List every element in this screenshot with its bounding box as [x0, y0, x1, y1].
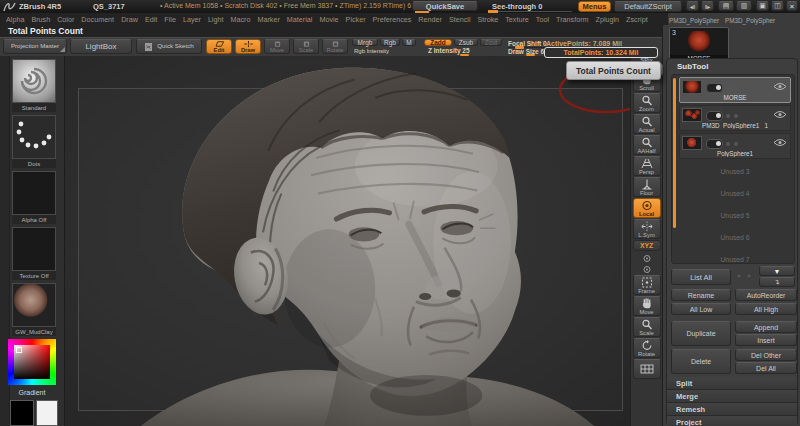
- menu-zplugin[interactable]: Zplugin: [596, 15, 620, 24]
- import-document-icon[interactable]: ▥: [736, 1, 752, 11]
- subtool-scrollbar[interactable]: [673, 78, 676, 228]
- subtool-item-unused-6[interactable]: Unused 6: [679, 227, 791, 245]
- zcut-button[interactable]: Zcut: [480, 39, 502, 46]
- see-through-track[interactable]: [488, 11, 572, 12]
- move-down-button[interactable]: ▼: [759, 266, 795, 276]
- menu-transform[interactable]: Transform: [556, 15, 588, 24]
- color-picker[interactable]: [8, 339, 56, 385]
- visibility-toggle[interactable]: [706, 139, 723, 149]
- grid-icon-button[interactable]: [633, 359, 661, 379]
- eye-icon[interactable]: [773, 110, 787, 119]
- menu-tool[interactable]: Tool: [536, 15, 549, 24]
- menu-draw[interactable]: Draw: [121, 15, 138, 24]
- rename-button[interactable]: Rename: [671, 289, 731, 301]
- move-mode-button[interactable]: M Move: [264, 39, 290, 54]
- focal-shift-slider[interactable]: Focal Shift 0: [508, 40, 547, 47]
- tool-label-2[interactable]: PM3D_PolySpher: [725, 17, 775, 24]
- menu-stencil[interactable]: Stencil: [449, 15, 471, 24]
- current-stroke-thumb[interactable]: [12, 115, 56, 159]
- section-remesh[interactable]: Remesh: [667, 403, 797, 416]
- menu-render[interactable]: Render: [418, 15, 442, 24]
- subtool-item-morse[interactable]: MORSE: [679, 77, 791, 103]
- menu-material[interactable]: Material: [287, 15, 313, 24]
- insert-button[interactable]: Insert: [735, 334, 797, 346]
- subtool-header[interactable]: SubTool: [677, 62, 708, 71]
- sculpt-head[interactable]: [120, 59, 610, 426]
- orbit-icon-button[interactable]: [640, 253, 654, 263]
- all-low-button[interactable]: All Low: [671, 303, 731, 315]
- menu-light[interactable]: Light: [208, 15, 224, 24]
- delete-button[interactable]: Delete: [671, 349, 731, 374]
- menus-button[interactable]: Menus: [578, 1, 611, 12]
- del-other-button[interactable]: Del Other: [735, 349, 797, 361]
- quick-sketch-button[interactable]: Quick Sketch: [136, 39, 202, 54]
- subtool-item-unused-3[interactable]: Unused 3: [679, 161, 791, 179]
- scroll-left-icon[interactable]: ◂‖: [686, 1, 699, 11]
- draw-mode-button[interactable]: Draw: [235, 39, 261, 54]
- move-button[interactable]: Move: [633, 296, 661, 316]
- section-split[interactable]: Split: [667, 377, 797, 390]
- secondary-color-swatch[interactable]: [36, 400, 58, 426]
- visibility-toggle[interactable]: [706, 83, 723, 93]
- current-material-thumb[interactable]: [12, 283, 56, 327]
- quicksave-button[interactable]: QuickSave: [412, 1, 478, 11]
- scroll-right-icon[interactable]: ‖▸: [701, 1, 714, 11]
- user-icon[interactable]: ◫: [771, 1, 784, 11]
- menu-layer[interactable]: Layer: [183, 15, 201, 24]
- zsub-button[interactable]: Zsub: [454, 39, 478, 46]
- menu-macro[interactable]: Macro: [230, 15, 250, 24]
- document-canvas[interactable]: [64, 55, 630, 426]
- subtool-item-unused-5[interactable]: Unused 5: [679, 205, 791, 223]
- duplicate-button[interactable]: Duplicate: [671, 321, 731, 346]
- scale-mode-button[interactable]: S Scale: [293, 39, 319, 54]
- l-sym-button[interactable]: L.Sym: [633, 219, 661, 239]
- eye-icon[interactable]: [773, 138, 787, 147]
- scale-button[interactable]: Scale: [633, 317, 661, 337]
- subtool-up2-icon[interactable]: ▲: [746, 272, 752, 278]
- menu-stroke[interactable]: Stroke: [478, 15, 499, 24]
- section-merge[interactable]: Merge: [667, 390, 797, 403]
- list-all-button[interactable]: List All: [671, 269, 731, 285]
- menu-zscript[interactable]: Zscript: [626, 15, 648, 24]
- actual-button[interactable]: Actual: [633, 114, 661, 134]
- m-button[interactable]: M: [402, 39, 416, 46]
- tool-label-1[interactable]: PM3D_PolySpher: [669, 17, 719, 24]
- eye-icon[interactable]: [773, 82, 787, 91]
- section-project[interactable]: Project: [667, 416, 797, 426]
- aahalf-button[interactable]: AAHalf: [633, 135, 661, 155]
- auto-reorder-button[interactable]: AutoReorder: [735, 289, 797, 301]
- subtool-item-unused-4[interactable]: Unused 4: [679, 183, 791, 201]
- copy-document-icon[interactable]: ▤: [718, 1, 734, 11]
- subtool-item-polysphere1[interactable]: PolySphere1: [679, 133, 791, 159]
- see-through-nub[interactable]: [488, 10, 498, 13]
- xyz-button[interactable]: XYZ: [633, 240, 661, 251]
- rgb-button[interactable]: Rgb: [380, 39, 400, 46]
- menu-document[interactable]: Document: [81, 15, 114, 24]
- menu-brush[interactable]: Brush: [31, 15, 50, 24]
- close-button[interactable]: ×: [786, 1, 798, 11]
- move-to-bottom-button[interactable]: ↴: [759, 277, 795, 287]
- del-all-button[interactable]: Del All: [735, 362, 797, 374]
- menu-file[interactable]: File: [164, 15, 176, 24]
- visibility-toggle[interactable]: [706, 111, 723, 121]
- subtool-item-pm3d-polysphere1-1[interactable]: PM3D_PolySphere1 _1: [679, 105, 791, 131]
- floor-button[interactable]: Floor: [633, 177, 661, 197]
- lightbox-button[interactable]: LightBox: [70, 39, 132, 54]
- total-points-readout[interactable]: TotalPoints: 10.324 Mil: [544, 47, 658, 58]
- draw-size-nub[interactable]: [526, 54, 535, 56]
- see-through-slider[interactable]: See-through 0: [492, 2, 542, 11]
- zadd-button[interactable]: Zadd: [424, 39, 452, 46]
- z-intensity-slider[interactable]: Z Intensity 25: [428, 47, 470, 54]
- edit-mode-button[interactable]: Edit: [206, 39, 232, 54]
- frame-button[interactable]: Frame: [633, 275, 661, 295]
- subtool-item-unused-7[interactable]: Unused 7: [679, 249, 791, 267]
- mrgb-button[interactable]: Mrgb: [352, 39, 378, 46]
- gradient-label[interactable]: Gradient: [0, 389, 64, 396]
- subtool-up-icon[interactable]: ▲: [736, 272, 742, 278]
- zoom-button[interactable]: Zoom: [633, 93, 661, 113]
- persp-button[interactable]: Persp: [633, 156, 661, 176]
- current-brush-thumb[interactable]: [12, 59, 56, 103]
- rotate-button[interactable]: Rotate: [633, 338, 661, 358]
- menu-texture[interactable]: Texture: [505, 15, 529, 24]
- main-color-swatch[interactable]: [10, 400, 34, 426]
